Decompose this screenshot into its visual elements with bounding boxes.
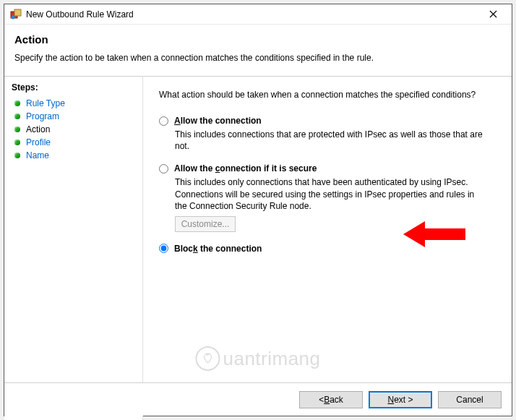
wizard-header: Action Specify the action to be taken wh… — [4, 25, 512, 77]
radio-block[interactable] — [159, 244, 168, 253]
step-label: Name — [26, 150, 49, 160]
option-allow-desc: This includes connections that are prote… — [175, 129, 486, 152]
option-allow-secure: Allow the connection if it is secure Thi… — [159, 163, 496, 232]
close-button[interactable] — [478, 5, 507, 24]
title-bar: New Outbound Rule Wizard — [4, 4, 512, 25]
cancel-button[interactable]: Cancel — [438, 391, 502, 408]
wizard-body: Steps: Rule Type Program Action Profile … — [4, 77, 512, 420]
radio-allow[interactable] — [159, 116, 168, 126]
step-label: Action — [26, 124, 50, 134]
app-icon — [10, 9, 22, 20]
svg-rect-1 — [14, 9, 21, 16]
page-heading: Action — [14, 33, 502, 46]
bullet-icon — [14, 140, 20, 145]
step-label: Program — [26, 111, 59, 121]
bullet-icon — [14, 127, 20, 132]
option-allow-secure-desc: This includes only connections that have… — [175, 176, 486, 212]
content-pane: What action should be taken when a conne… — [143, 77, 512, 420]
option-allow: Allow the connection This includes conne… — [159, 116, 496, 152]
step-label: Rule Type — [26, 98, 65, 108]
steps-pane: Steps: Rule Type Program Action Profile … — [4, 77, 143, 420]
option-allow-secure-label: Allow the connection if it is secure — [174, 163, 317, 173]
step-profile[interactable]: Profile — [12, 136, 135, 149]
step-name[interactable]: Name — [12, 149, 135, 162]
wizard-window: New Outbound Rule Wizard Action Specify … — [4, 4, 512, 416]
radio-allow-secure[interactable] — [159, 164, 168, 173]
step-label: Profile — [26, 137, 51, 147]
option-allow-secure-label-row[interactable]: Allow the connection if it is secure — [159, 163, 496, 173]
steps-title: Steps: — [12, 82, 135, 93]
step-action[interactable]: Action — [12, 123, 135, 136]
bullet-icon — [14, 113, 20, 119]
option-allow-label-row[interactable]: Allow the connection — [159, 116, 496, 126]
next-button[interactable]: Next > — [369, 391, 432, 408]
option-allow-label: Allow the connection — [174, 116, 262, 126]
content-prompt: What action should be taken when a conne… — [159, 90, 496, 100]
option-block: Block the connection — [159, 244, 496, 254]
page-description: Specify the action to be taken when a co… — [14, 53, 502, 63]
svg-point-2 — [12, 15, 15, 19]
option-block-label: Block the connection — [174, 244, 262, 254]
bullet-icon — [14, 153, 20, 158]
wizard-footer: < Back Next > Cancel — [4, 382, 512, 416]
window-title: New Outbound Rule Wizard — [26, 9, 478, 20]
customize-button: Customize... — [175, 216, 236, 232]
back-button[interactable]: < Back — [299, 391, 363, 408]
step-rule-type[interactable]: Rule Type — [12, 97, 135, 110]
option-block-label-row[interactable]: Block the connection — [159, 244, 496, 254]
bullet-icon — [14, 100, 20, 106]
step-program[interactable]: Program — [12, 110, 135, 123]
